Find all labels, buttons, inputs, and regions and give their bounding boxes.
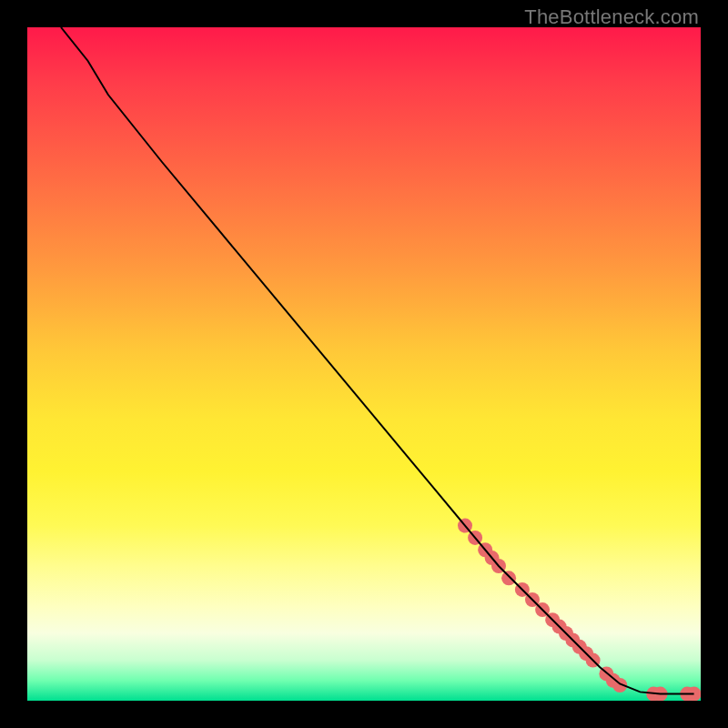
chart-area [27,27,701,701]
chart-markers [458,519,701,701]
chart-svg [27,27,701,701]
chart-curve [61,27,694,694]
attribution-text: TheBottleneck.com [524,5,699,29]
chart-marker [501,571,516,585]
